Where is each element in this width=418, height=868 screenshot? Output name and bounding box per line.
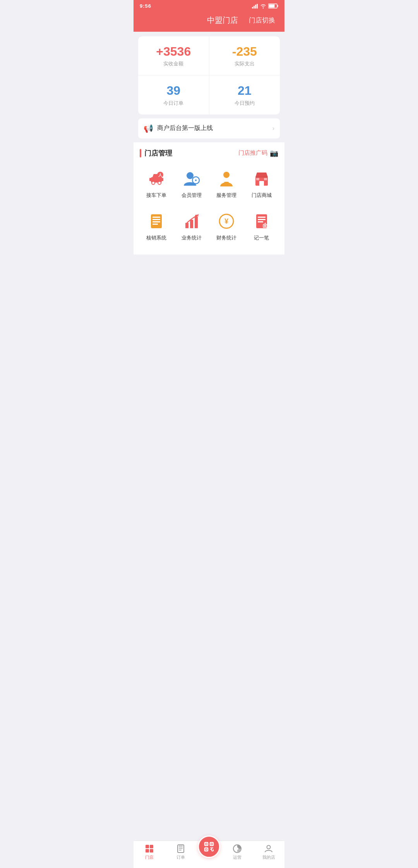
store-promo-button[interactable]: 门店推广码 📷 [238, 149, 278, 157]
svg-rect-27 [152, 217, 160, 218]
stat-income-label: 实收金额 [142, 60, 205, 67]
stat-expense-label: 实际支出 [213, 60, 276, 67]
section-header: 门店管理 门店推广码 📷 [140, 149, 278, 158]
svg-rect-38 [258, 217, 266, 218]
menu-item-member[interactable]: 会员管理 [175, 164, 209, 203]
stats-card: +3536 实收金额 -235 实际支出 39 今日订单 21 今日预约 [138, 36, 280, 114]
svg-text:人: 人 [158, 173, 163, 177]
stat-orders-value: 39 [142, 83, 205, 98]
svg-rect-2 [255, 5, 256, 9]
stat-appointments-label: 今日预约 [213, 100, 276, 107]
menu-item-cancel[interactable]: 核销系统 [140, 207, 173, 246]
stats-row-1: +3536 实收金额 -235 实际支出 [138, 36, 280, 75]
svg-rect-11 [161, 178, 163, 181]
menu-label-business: 业务统计 [182, 234, 202, 241]
header-title: 中盟门店 [196, 15, 249, 26]
main-content: +3536 实收金额 -235 实际支出 39 今日订单 21 今日预约 📢 商… [134, 36, 284, 367]
svg-rect-23 [256, 178, 259, 180]
menu-label-finance: 财务统计 [216, 234, 236, 241]
menu-item-note[interactable]: 记一笔 [245, 207, 279, 246]
menu-grid: 人 接车下单 会员管理 [140, 164, 278, 251]
stat-appointments-value: 21 [213, 83, 276, 98]
svg-rect-32 [190, 220, 193, 228]
announce-text: 商户后台第一版上线 [157, 124, 213, 132]
store-switch-button[interactable]: 门店切换 [249, 16, 275, 25]
svg-rect-43 [264, 225, 266, 227]
svg-rect-24 [264, 178, 267, 180]
section-title-bar [140, 149, 141, 157]
menu-label-mall: 门店商城 [252, 192, 272, 199]
stat-expense-value: -235 [213, 44, 276, 59]
svg-rect-10 [149, 178, 151, 181]
menu-item-order-car[interactable]: 人 接车下单 [140, 164, 173, 203]
svg-text:¥: ¥ [224, 217, 228, 225]
svg-point-8 [152, 181, 155, 185]
menu-label-member: 会员管理 [182, 192, 202, 199]
finance-icon: ¥ [217, 212, 236, 231]
signal-icon [252, 4, 258, 9]
wifi-icon [260, 4, 266, 9]
stat-appointments: 21 今日预约 [209, 75, 280, 114]
svg-rect-33 [195, 217, 198, 228]
svg-rect-31 [185, 223, 188, 228]
svg-rect-1 [254, 6, 255, 9]
menu-item-mall[interactable]: 门店商城 [245, 164, 279, 203]
svg-rect-28 [152, 219, 160, 220]
announce-icon: 📢 [144, 124, 153, 133]
cancel-icon [147, 212, 166, 231]
menu-item-business[interactable]: 业务统计 [175, 207, 209, 246]
svg-point-18 [223, 172, 230, 178]
business-icon [182, 212, 201, 231]
svg-rect-0 [252, 7, 253, 9]
store-promo-label: 门店推广码 [238, 149, 267, 157]
menu-label-note: 记一笔 [254, 234, 269, 241]
svg-rect-20 [223, 184, 230, 186]
svg-point-9 [158, 181, 161, 185]
menu-label-order-car: 接车下单 [146, 192, 166, 199]
note-icon [252, 212, 271, 231]
stat-expense: -235 实际支出 [209, 36, 280, 75]
promo-camera-icon: 📷 [270, 149, 278, 157]
section-title: 门店管理 [144, 149, 172, 158]
svg-rect-5 [269, 5, 275, 8]
header: 中盟门店 门店切换 [134, 11, 284, 32]
status-time: 9:56 [140, 3, 151, 9]
battery-icon [268, 3, 278, 9]
mall-icon [252, 169, 271, 188]
status-bar: 9:56 [134, 0, 284, 11]
store-management-section: 门店管理 门店推广码 📷 [134, 142, 284, 255]
member-icon [182, 169, 201, 188]
gray-area [134, 255, 284, 332]
status-icons [252, 3, 278, 9]
svg-rect-40 [258, 221, 263, 222]
menu-item-service[interactable]: 服务管理 [210, 164, 243, 203]
stat-orders: 39 今日订单 [138, 75, 209, 114]
svg-rect-3 [257, 4, 258, 9]
svg-rect-39 [258, 219, 266, 220]
announcement-banner[interactable]: 📢 商户后台第一版上线 › [138, 118, 280, 138]
stat-income-value: +3536 [142, 44, 205, 59]
announce-arrow-icon: › [272, 125, 274, 132]
svg-point-14 [187, 172, 194, 179]
svg-rect-30 [152, 224, 158, 225]
svg-rect-6 [278, 5, 278, 7]
svg-rect-29 [152, 221, 160, 222]
menu-label-service: 服务管理 [216, 192, 236, 199]
stat-income: +3536 实收金额 [138, 36, 209, 75]
stats-row-2: 39 今日订单 21 今日预约 [138, 75, 280, 114]
order-car-icon: 人 [147, 169, 166, 188]
menu-item-finance[interactable]: ¥ 财务统计 [210, 207, 243, 246]
service-icon [217, 169, 236, 188]
stat-orders-label: 今日订单 [142, 100, 205, 107]
svg-rect-22 [259, 181, 264, 186]
menu-label-cancel: 核销系统 [146, 234, 166, 241]
